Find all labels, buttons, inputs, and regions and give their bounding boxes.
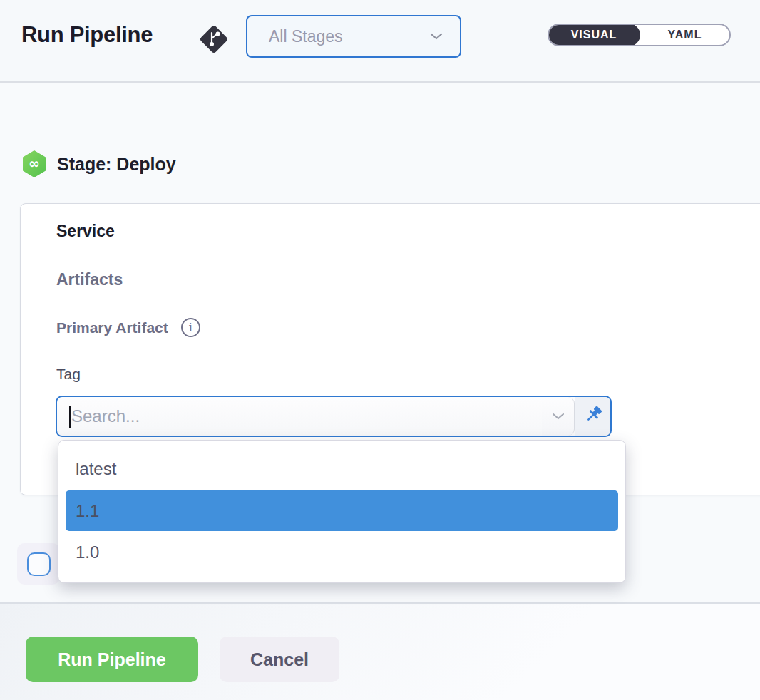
tag-dropdown-chevron-button[interactable] <box>542 397 575 436</box>
tag-option-latest[interactable]: latest <box>58 448 625 490</box>
run-pipeline-dialog: Run Pipeline All Stages VISUAL YAML <box>0 0 760 700</box>
tag-option-1-0[interactable]: 1.0 <box>58 531 625 574</box>
primary-artifact-row: Primary Artifact i <box>56 318 200 337</box>
tag-combobox <box>56 396 612 437</box>
stage-selector-dropdown[interactable]: All Stages <box>246 15 461 58</box>
tag-search-input[interactable] <box>57 397 542 436</box>
dialog-header: Run Pipeline All Stages VISUAL YAML <box>0 0 760 83</box>
primary-artifact-label: Primary Artifact <box>56 319 168 336</box>
stage-selector-value: All Stages <box>269 27 430 46</box>
service-heading: Service <box>56 222 115 241</box>
artifacts-heading: Artifacts <box>56 270 123 289</box>
pin-button[interactable] <box>575 397 610 436</box>
tag-option-1-1[interactable]: 1.1 <box>66 490 618 531</box>
checkbox-field <box>17 543 60 585</box>
tag-input-wrap <box>57 397 542 436</box>
dialog-footer: Run Pipeline Cancel <box>0 602 760 700</box>
info-icon[interactable]: i <box>181 318 200 337</box>
pin-icon <box>582 406 602 426</box>
text-caret <box>69 406 71 428</box>
chevron-down-icon <box>430 33 443 40</box>
stage-label: Stage: Deploy <box>57 154 176 175</box>
toggle-yaml[interactable]: YAML <box>640 25 729 45</box>
visual-yaml-toggle: VISUAL YAML <box>548 24 731 46</box>
page-title: Run Pipeline <box>21 22 153 48</box>
checkbox[interactable] <box>27 552 51 576</box>
tag-label: Tag <box>56 366 81 383</box>
stage-row: ∞ Stage: Deploy <box>21 150 176 178</box>
cancel-button[interactable]: Cancel <box>220 637 339 682</box>
svg-text:∞: ∞ <box>29 155 40 171</box>
run-pipeline-button[interactable]: Run Pipeline <box>26 637 198 682</box>
git-icon <box>197 23 230 56</box>
toggle-visual[interactable]: VISUAL <box>548 24 640 46</box>
chevron-down-icon <box>552 413 565 420</box>
cd-stage-hexagon-icon: ∞ <box>21 150 47 178</box>
tag-options-menu: latest 1.1 1.0 <box>58 440 626 583</box>
